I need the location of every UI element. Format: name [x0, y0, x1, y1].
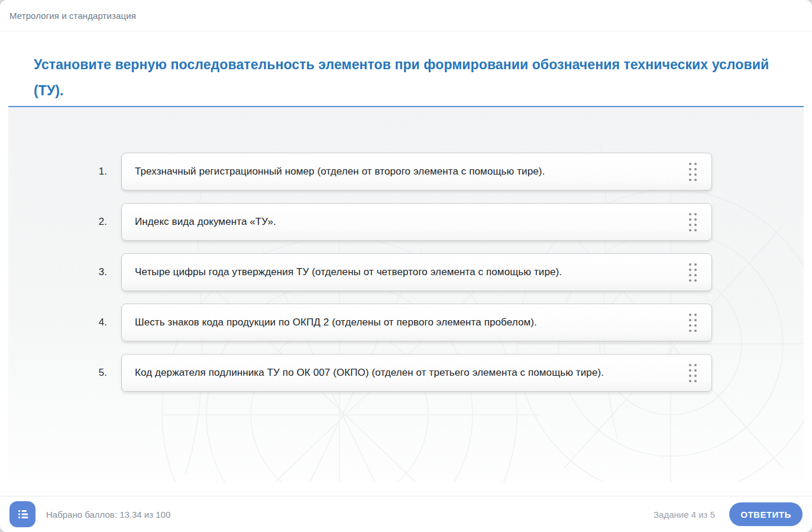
- top-bar: Метрология и стандартизация: [0, 0, 812, 31]
- sortable-item-card[interactable]: Четыре цифры года утверждения ТУ (отделе…: [121, 253, 712, 291]
- item-number: 5.: [8, 367, 107, 379]
- sortable-item-card[interactable]: Шесть знаков кода продукции по ОКПД 2 (о…: [121, 304, 712, 341]
- drag-handle-icon[interactable]: [685, 161, 700, 182]
- sortable-list: 1. Трехзначный регистрационный номер (от…: [8, 153, 804, 404]
- drag-handle-icon[interactable]: [685, 262, 700, 283]
- item-number: 3.: [8, 266, 107, 278]
- list-item: 5. Код держателя подлинника ТУ по ОК 007…: [8, 354, 804, 392]
- footer-bar: Набрано баллов: 13.34 из 100 Задание 4 и…: [0, 496, 812, 532]
- item-text: Четыре цифры года утверждения ТУ (отделе…: [135, 266, 685, 278]
- sortable-item-card[interactable]: Трехзначный регистрационный номер (отдел…: [121, 153, 712, 191]
- item-text: Трехзначный регистрационный номер (отдел…: [135, 166, 685, 178]
- answer-button[interactable]: ОТВЕТИТЬ: [729, 502, 803, 526]
- answer-panel: 1. Трехзначный регистрационный номер (от…: [8, 107, 804, 482]
- list-item: 3. Четыре цифры года утверждения ТУ (отд…: [8, 253, 804, 291]
- drag-handle-icon[interactable]: [685, 362, 700, 383]
- sortable-item-card[interactable]: Код держателя подлинника ТУ по ОК 007 (О…: [121, 354, 712, 392]
- list-item: 4. Шесть знаков кода продукции по ОКПД 2…: [8, 304, 804, 341]
- list-icon: [17, 509, 28, 520]
- sortable-item-card[interactable]: Индекс вида документа «ТУ».: [121, 203, 712, 241]
- drag-handle-icon[interactable]: [685, 312, 700, 333]
- item-text: Индекс вида документа «ТУ».: [135, 216, 685, 228]
- list-item: 2. Индекс вида документа «ТУ».: [8, 203, 804, 241]
- course-title: Метрология и стандартизация: [9, 11, 136, 21]
- question-title: Установите верную последовательность эле…: [34, 51, 778, 104]
- task-progress-label: Задание 4 из 5: [654, 510, 715, 520]
- item-number: 2.: [8, 216, 107, 228]
- item-text: Шесть знаков кода продукции по ОКПД 2 (о…: [135, 317, 685, 328]
- quiz-window: Метрология и стандартизация Установите в…: [0, 0, 812, 532]
- drag-handle-icon[interactable]: [685, 211, 700, 233]
- item-number: 4.: [8, 317, 107, 328]
- question-list-button[interactable]: [9, 501, 35, 527]
- score-label: Набрано баллов: 13.34 из 100: [46, 510, 170, 520]
- list-item: 1. Трехзначный регистрационный номер (от…: [8, 153, 804, 191]
- item-number: 1.: [8, 166, 107, 178]
- item-text: Код держателя подлинника ТУ по ОК 007 (О…: [135, 367, 685, 379]
- question-block: Установите верную последовательность эле…: [0, 31, 812, 107]
